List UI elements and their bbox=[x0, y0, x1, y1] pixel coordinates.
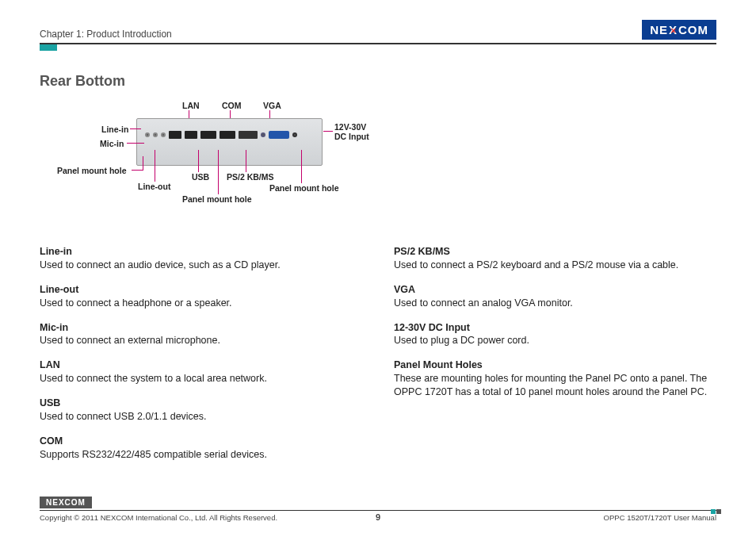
logo-text-post: COM bbox=[678, 23, 708, 36]
leader-line bbox=[143, 156, 143, 171]
item-lineout: Line-out Used to connect a headphone or … bbox=[40, 283, 362, 310]
item-title: Line-in bbox=[40, 245, 362, 259]
port-lan-icon bbox=[169, 131, 181, 139]
item-title: VGA bbox=[394, 283, 716, 297]
chapter-label: Chapter 1: Product Introduction bbox=[40, 29, 172, 40]
leader-line bbox=[301, 150, 302, 183]
item-title: USB bbox=[40, 397, 362, 410]
rear-bottom-diagram: LAN COM VGA Line-in Mic-in Panel mount h… bbox=[103, 101, 388, 236]
leader-line bbox=[323, 131, 333, 132]
item-desc: Used to connect an analog VGA monitor. bbox=[394, 297, 716, 310]
label-linein: Line-in bbox=[101, 125, 128, 134]
label-dc-line2: DC Input bbox=[334, 132, 369, 141]
label-panel-mount-hole: Panel mount hole bbox=[182, 194, 252, 204]
label-micin: Mic-in bbox=[100, 139, 124, 148]
item-title: Panel Mount Holes bbox=[394, 359, 716, 372]
label-panel-mount-hole: Panel mount hole bbox=[269, 183, 339, 193]
nexcom-logo: NEXCOM bbox=[642, 20, 716, 40]
item-desc: Used to connect a PS/2 keyboard and a PS… bbox=[394, 259, 716, 272]
page-number: 9 bbox=[376, 512, 380, 522]
description-columns: Line-in Used to connect an audio device,… bbox=[40, 245, 716, 473]
section-title: Rear Bottom bbox=[40, 73, 716, 90]
item-dcinput: 12-30V DC Input Used to plug a DC power … bbox=[394, 321, 716, 348]
item-vga: VGA Used to connect an analog VGA monito… bbox=[394, 283, 716, 310]
leader-line bbox=[246, 150, 246, 172]
label-ps2: PS/2 KB/MS bbox=[227, 172, 274, 182]
item-desc: Used to connect an external microphone. bbox=[40, 334, 362, 347]
label-lan: LAN bbox=[182, 101, 200, 110]
item-title: 12-30V DC Input bbox=[394, 321, 716, 335]
item-desc: Used to connect an audio device, such as… bbox=[40, 259, 362, 272]
jack-linein-icon bbox=[145, 132, 150, 137]
logo-text-post: COM bbox=[65, 498, 86, 507]
footer-bar: Copyright © 2011 NEXCOM International Co… bbox=[40, 511, 716, 522]
accent-tab bbox=[40, 44, 57, 51]
leader-line bbox=[218, 150, 219, 194]
item-usb: USB Used to connect USB 2.0/1.1 devices. bbox=[40, 397, 362, 424]
port-usb-icon bbox=[220, 131, 235, 139]
item-com: COM Supports RS232/422/485 compatible se… bbox=[40, 435, 362, 462]
leader-line bbox=[132, 170, 143, 171]
item-linein: Line-in Used to connect an audio device,… bbox=[40, 245, 362, 272]
label-vga: VGA bbox=[263, 101, 281, 110]
port-com-icon bbox=[239, 131, 258, 139]
label-usb: USB bbox=[192, 172, 209, 182]
manual-name: OPPC 1520T/1720T User Manual bbox=[604, 513, 716, 522]
item-title: PS/2 KB/MS bbox=[394, 245, 716, 259]
item-desc: Used to connect USB 2.0/1.1 devices. bbox=[40, 410, 362, 424]
item-desc: Supports RS232/422/485 compatible serial… bbox=[40, 448, 362, 462]
leader-line bbox=[127, 143, 144, 144]
item-desc: These are mounting holes for mounting th… bbox=[394, 372, 716, 399]
jack-micin-icon bbox=[161, 132, 166, 137]
page-header: Chapter 1: Product Introduction NEXCOM bbox=[40, 17, 716, 40]
item-desc: Used to connect a headphone or a speaker… bbox=[40, 297, 362, 310]
label-com: COM bbox=[222, 101, 242, 110]
label-panel-mount-hole: Panel mount hole bbox=[57, 166, 127, 175]
logo-x-icon: X bbox=[669, 23, 678, 36]
item-micin: Mic-in Used to connect an external micro… bbox=[40, 321, 362, 348]
logo-x-icon: X bbox=[59, 498, 65, 507]
header-rule bbox=[40, 43, 716, 44]
device-body bbox=[136, 118, 323, 166]
page-footer: NEXCOM Copyright © 2011 NEXCOM Internati… bbox=[40, 497, 716, 522]
label-dc-line1: 12V-30V bbox=[334, 122, 366, 132]
footer-logo: NEXCOM bbox=[40, 497, 92, 508]
port-ps2-icon bbox=[261, 132, 265, 137]
label-lineout: Line-out bbox=[138, 182, 170, 191]
leader-line bbox=[155, 150, 155, 182]
port-dc-icon bbox=[292, 132, 297, 137]
item-title: LAN bbox=[40, 359, 362, 372]
logo-text-pre: NE bbox=[650, 23, 668, 36]
port-vga-icon bbox=[269, 131, 289, 139]
logo-text-pre: NE bbox=[46, 498, 59, 507]
leader-line bbox=[130, 128, 141, 129]
item-desc: Used to connect the system to a local ar… bbox=[40, 372, 362, 385]
item-desc: Used to plug a DC power cord. bbox=[394, 334, 716, 347]
footer-rule bbox=[40, 510, 716, 511]
right-column: PS/2 KB/MS Used to connect a PS/2 keyboa… bbox=[394, 245, 716, 473]
copyright-text: Copyright © 2011 NEXCOM International Co… bbox=[40, 513, 277, 522]
item-title: Mic-in bbox=[40, 321, 362, 335]
item-lan: LAN Used to connect the system to a loca… bbox=[40, 359, 362, 385]
port-usb-icon bbox=[200, 131, 216, 139]
footer-squares-icon bbox=[710, 505, 721, 516]
item-ps2: PS/2 KB/MS Used to connect a PS/2 keyboa… bbox=[394, 245, 716, 272]
port-lan-icon bbox=[185, 131, 197, 139]
leader-line bbox=[198, 150, 199, 172]
item-panel-mount-holes: Panel Mount Holes These are mounting hol… bbox=[394, 359, 716, 399]
jack-lineout-icon bbox=[153, 132, 158, 137]
label-dc-input: 12V-30V DC Input bbox=[334, 123, 369, 141]
port-row bbox=[145, 130, 314, 140]
item-title: Line-out bbox=[40, 283, 362, 297]
item-title: COM bbox=[40, 435, 362, 448]
left-column: Line-in Used to connect an audio device,… bbox=[40, 245, 362, 473]
